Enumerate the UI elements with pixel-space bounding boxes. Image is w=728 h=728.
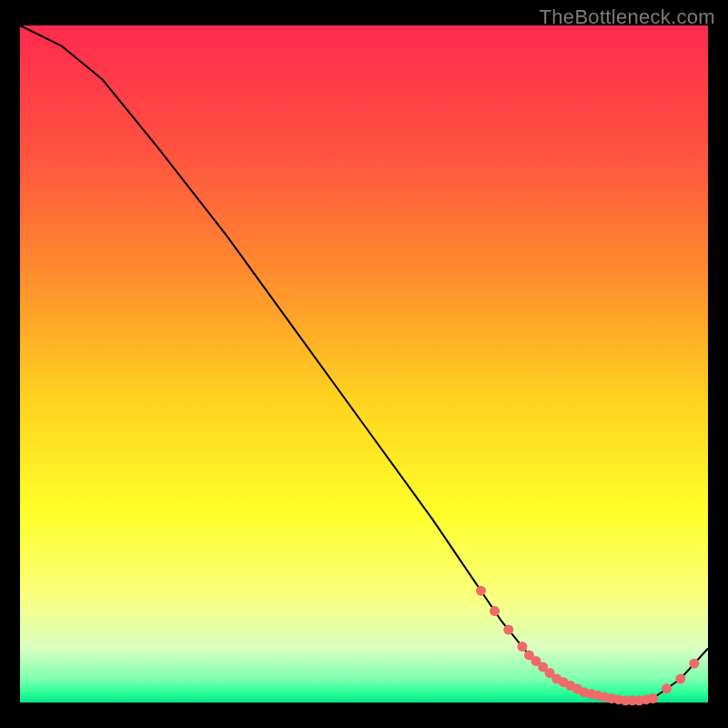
marker-dot bbox=[476, 586, 486, 596]
plot-background bbox=[20, 25, 708, 703]
watermark-text: TheBottleneck.com bbox=[540, 5, 715, 29]
marker-dot bbox=[675, 674, 685, 684]
marker-dot bbox=[503, 625, 513, 635]
chart-svg bbox=[0, 0, 728, 728]
marker-dot bbox=[662, 683, 672, 693]
marker-dot bbox=[517, 642, 527, 652]
marker-dot bbox=[490, 606, 500, 616]
marker-dot bbox=[648, 693, 658, 703]
chart-frame: TheBottleneck.com bbox=[0, 0, 728, 728]
marker-dot bbox=[689, 659, 699, 669]
